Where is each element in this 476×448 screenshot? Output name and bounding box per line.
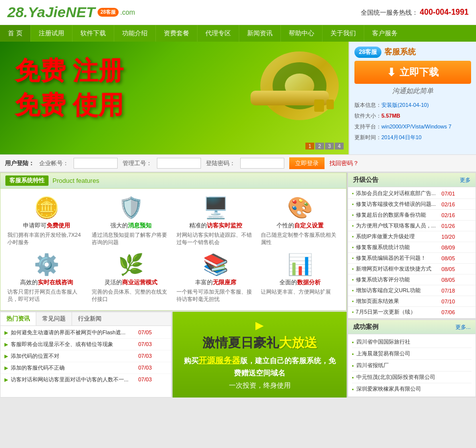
announce-text[interactable]: 添加会员自定义对话框底部广告... [356, 190, 442, 197]
success-list: ▪ 四川省中国国际旅行社 ▪ 上海晨晟贸易有限公司 ▪ 四川省报纸厂 ▪ 中元恒… [348, 334, 476, 397]
company-label: 企业帐号： [39, 159, 69, 168]
banner-dot-1[interactable]: 1 [305, 143, 314, 149]
news-text[interactable]: 访客对话和网站访客里面对话中访客的人数不一... [11, 376, 138, 383]
feature-desc-1: 我们拥有丰富的开发经验,7X24小时服务 [7, 231, 86, 247]
feature-title-5: 高效的实时在线咨询 [7, 278, 86, 287]
nav-item-download[interactable]: 软件下载 [73, 25, 114, 42]
banner-dot-3[interactable]: 3 [325, 143, 334, 149]
announce-item: ▪ 修复客服系统统计功能 08/09 [348, 242, 476, 253]
bullet-icon: ▪ [352, 299, 354, 304]
features-en-title: Product features [52, 177, 99, 184]
feature-desc-8: 让网站更丰富、方便网站扩展 [261, 288, 339, 296]
password-input[interactable] [240, 158, 284, 169]
nav-item-agent[interactable]: 代理专区 [198, 25, 239, 42]
bullet-icon: ▪ [352, 191, 354, 196]
banner-indicators: 1 2 3 4 [305, 143, 344, 149]
success-item: ▪ 深圳爱家映橡家具有限公司 [352, 383, 472, 395]
feature-desc-4: 自己随意定制整个客服系统相关属性 [261, 231, 339, 247]
announce-text[interactable]: 系统IP库做重大升级处理 [356, 233, 442, 240]
forgot-password-link[interactable]: 找回密码？ [329, 159, 359, 168]
nav-item-news[interactable]: 新闻资讯 [239, 25, 281, 42]
cs-title: 客服系统 [384, 47, 416, 57]
announce-date: 07/10 [442, 299, 455, 304]
manager-input[interactable] [157, 158, 201, 169]
announce-list: ▪ 添加会员自定义对话框底部广告... 07/01 ▪ 修复访客端接收文件错误的… [348, 187, 476, 318]
announce-text[interactable]: 新增网页对话框中发送快捷方式 [356, 265, 442, 273]
announce-item: ▪ 修复超后台的数据库备份功能 02/16 [348, 210, 476, 221]
feature-title-7: 丰富的无限座席 [176, 278, 255, 287]
nav-item-features[interactable]: 功能介绍 [114, 25, 156, 42]
feature-desc-7: 一个账号可添加无限个客服、接待访客时毫无担忧 [176, 288, 255, 303]
banner: 免费 注册 免费 使用 [0, 42, 349, 154]
promo-desc: 一次投资，终身使用 [229, 381, 291, 390]
arrow-icon: ▶ [4, 365, 8, 371]
nav-item-register[interactable]: 注册试用 [31, 25, 73, 42]
feature-desc-5: 访客只需打开网页点击客服人员，即可对话 [7, 288, 86, 303]
upgrade-header: 升级公告 更多 [348, 173, 476, 187]
announce-text[interactable]: 7月5日第一次更新（续） [356, 308, 442, 316]
download-button[interactable]: ⬇ 立即下载 [354, 61, 471, 84]
announce-text[interactable]: 增加页面东结效果 [356, 298, 442, 305]
news-text[interactable]: 添加代码的位置不对 [11, 352, 138, 360]
logo: 28.YaJieNET 28客服 .com [7, 4, 135, 21]
announce-date: 07/06 [442, 309, 455, 315]
announce-item: ▪ 添加会员自定义对话框底部广告... 07/01 [348, 188, 476, 199]
news-text[interactable]: 如何避免主动邀请的界面不被网页中的Flash遮... [11, 329, 138, 336]
logo-number: 28.YaJieNET [7, 4, 95, 21]
login-button[interactable]: 立即登录 [289, 157, 325, 169]
announce-text[interactable]: 修复访客端接收文件错误的问题... [356, 200, 442, 208]
announce-text[interactable]: 修复系统编辑器的若干问题！ [356, 254, 442, 262]
bullet-icon: ▪ [352, 277, 354, 282]
nav-item-about[interactable]: 关于我们 [323, 25, 364, 42]
nav-item-service[interactable]: 客户服务 [364, 25, 405, 42]
news-text[interactable]: 客服即将会出现显示不全、或有错位等现象 [11, 341, 138, 348]
success-title: 成功案例 [353, 323, 378, 331]
banner-dot-2[interactable]: 2 [315, 143, 324, 149]
announce-date: 08/05 [442, 277, 455, 283]
announce-date: 02/16 [442, 201, 455, 207]
success-more-link[interactable]: 更多... [455, 324, 471, 331]
feature-item-seats: 📚 丰富的无限座席 一个账号可添加无限个客服、接待访客时毫无担忧 [174, 249, 258, 306]
list-item: ▶ 访客对话和网站访客里面对话中访客的人数不一... 07/03 [0, 374, 171, 385]
slogan: 沟通如此简单 [354, 87, 471, 96]
feature-title-8: 全面的数据分析 [261, 278, 339, 287]
nav-item-home[interactable]: 首 页 [0, 25, 31, 42]
announce-text[interactable]: 增加访客端自定义URL功能 [356, 287, 442, 294]
announce-text[interactable]: 为方便用户线下联络客服人员，... [356, 222, 442, 229]
shield-icon: 🛡️ [92, 196, 170, 220]
svg-rect-4 [314, 100, 324, 112]
company-input[interactable] [74, 158, 118, 169]
bullet-icon: ▪ [352, 351, 354, 357]
announce-text[interactable]: 修复系统访客评分功能 [356, 276, 442, 283]
upgrade-title: 升级公告 [353, 175, 378, 184]
announce-item: ▪ 修复系统访客评分功能 08/05 [348, 274, 476, 285]
feature-item-chat: ⚙️ 高效的实时在线咨询 访客只需打开网页点击客服人员，即可对话 [4, 249, 89, 306]
logo-badge: 28客服 [98, 8, 119, 17]
announce-date: 10/20 [442, 234, 455, 240]
logo-com: .com [120, 8, 135, 16]
paint-icon: 🎨 [261, 196, 339, 220]
tab-industry-news[interactable]: 行业新闻 [72, 312, 107, 325]
feature-item-business: 🌿 灵活的商业运营模式 完善的会员体系、完整的在线支付接口 [89, 249, 173, 306]
announce-item: ▪ 7月5日第一次更新（续） 07/06 [348, 307, 476, 317]
nav-item-help[interactable]: 帮助中心 [281, 25, 323, 42]
login-bar: 用户登陆： 企业帐号： 管理工号： 登陆密码： 立即登录 找回密码？ [0, 154, 476, 173]
news-text[interactable]: 添加的客服代码不正确 [11, 364, 138, 372]
announce-date: 02/16 [442, 212, 455, 218]
success-item: ▪ 四川省报纸厂 [352, 360, 472, 372]
header: 28.YaJieNET 28客服 .com 全国统一服务热线： 400-004-… [0, 0, 476, 25]
tab-hot-news[interactable]: 热门资讯 [0, 312, 36, 325]
announce-date: 07/18 [442, 288, 455, 294]
tab-common-issues[interactable]: 常见问题 [36, 312, 72, 325]
coin-icon: 🪙 [7, 196, 86, 220]
upgrade-more-link[interactable]: 更多 [460, 176, 471, 184]
announce-text[interactable]: 修复超后台的数据库备份功能 [356, 211, 442, 219]
announce-text[interactable]: 修复客服系统统计功能 [356, 244, 442, 251]
bullet-icon: ▪ [352, 374, 354, 380]
news-box: 热门资讯 常见问题 行业新闻 ▶ 如何避免主动邀请的界面不被网页中的Flash遮… [0, 312, 172, 398]
banner-dot-4[interactable]: 4 [335, 143, 344, 149]
nav-item-pricing[interactable]: 资费套餐 [156, 25, 198, 42]
news-tabs: 热门资讯 常见问题 行业新闻 [0, 312, 171, 326]
arrow-icon: ▶ [4, 377, 8, 382]
announce-item: ▪ 修复系统编辑器的若干问题！ 08/05 [348, 253, 476, 264]
